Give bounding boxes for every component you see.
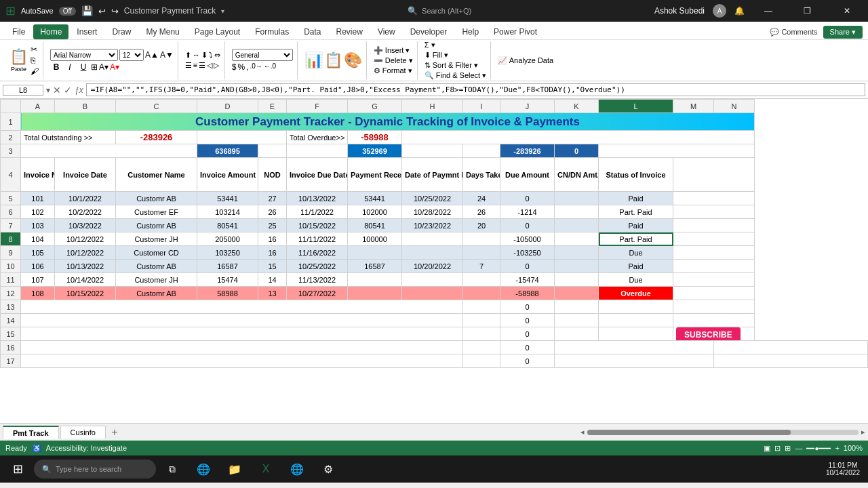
r6-a[interactable]: 102 xyxy=(21,205,55,219)
r10-f[interactable]: 10/25/2022 xyxy=(287,260,348,273)
r7-h[interactable]: 10/23/2022 xyxy=(402,219,463,232)
r5-k[interactable] xyxy=(555,192,599,205)
merge-icon[interactable]: ⇔ xyxy=(214,51,220,60)
col-header-l[interactable]: L xyxy=(599,100,673,113)
decrease-font-icon[interactable]: A▼ xyxy=(160,50,174,60)
r5-j[interactable]: 0 xyxy=(500,192,555,205)
align-top-icon[interactable]: ⬆ xyxy=(185,51,191,60)
r12-i[interactable] xyxy=(463,287,500,300)
tab-cusinfo[interactable]: Cusinfo xyxy=(60,426,106,439)
r12-a[interactable]: 108 xyxy=(21,287,55,300)
indent-increase-icon[interactable]: ▷ xyxy=(214,61,219,70)
menu-file[interactable]: File xyxy=(5,24,32,39)
font-size-select[interactable]: 12 xyxy=(119,49,144,61)
paste-icon[interactable]: 📋 xyxy=(9,48,28,66)
cell-styles-icon[interactable]: 🎨 xyxy=(344,52,362,69)
page-break-icon[interactable]: ⊞ xyxy=(785,444,791,453)
r7-b[interactable]: 10/3/2022 xyxy=(55,219,116,232)
r10-g[interactable]: 16587 xyxy=(348,260,402,273)
decrease-decimal-icon[interactable]: ←.0 xyxy=(264,62,276,72)
bold-icon[interactable]: B xyxy=(50,62,62,72)
r11-i[interactable] xyxy=(463,273,500,287)
r10-j[interactable]: 0 xyxy=(500,260,555,273)
format-painter-icon[interactable]: 🖌 xyxy=(31,66,39,76)
scroll-right-icon[interactable]: ▸ xyxy=(861,428,865,436)
r7-d[interactable]: 80541 xyxy=(197,219,258,232)
r5-g[interactable]: 53441 xyxy=(348,192,402,205)
subscribe-button[interactable]: SUBSCRIBE xyxy=(676,327,741,341)
r5-b[interactable]: 10/1/2022 xyxy=(55,192,116,205)
dropdown-icon[interactable]: ▾ xyxy=(221,7,224,15)
share-icon[interactable]: 🔔 xyxy=(734,6,745,16)
r12-e[interactable]: 13 xyxy=(258,287,287,300)
r9-l[interactable]: Due xyxy=(599,246,673,260)
r10-h[interactable]: 10/20/2022 xyxy=(402,260,463,273)
task-view-button[interactable]: ⧉ xyxy=(157,456,187,482)
col-header-c[interactable]: C xyxy=(116,100,197,113)
r6-l[interactable]: Part. Paid xyxy=(599,205,673,219)
normal-view-icon[interactable]: ▣ xyxy=(764,444,770,453)
r11-b[interactable]: 10/14/2022 xyxy=(55,273,116,287)
col-header-j[interactable]: J xyxy=(500,100,555,113)
menu-help[interactable]: Help xyxy=(455,24,486,39)
col-header-a[interactable]: A xyxy=(21,100,55,113)
r5-f[interactable]: 10/13/2022 xyxy=(287,192,348,205)
col-header-b[interactable]: B xyxy=(55,100,116,113)
col-header-d[interactable]: D xyxy=(197,100,258,113)
zoom-in-icon[interactable]: + xyxy=(835,444,839,452)
indent-decrease-icon[interactable]: ◁ xyxy=(207,61,212,70)
r8-i[interactable] xyxy=(463,232,500,246)
col-header-i[interactable]: I xyxy=(463,100,500,113)
col-header-h[interactable]: H xyxy=(402,100,463,113)
col-header-f[interactable]: F xyxy=(287,100,348,113)
r11-h[interactable] xyxy=(402,273,463,287)
col-header-g[interactable]: G xyxy=(348,100,402,113)
menu-draw[interactable]: Draw xyxy=(105,24,138,39)
r5-c[interactable]: Customr AB xyxy=(116,192,197,205)
r8-e[interactable]: 16 xyxy=(258,232,287,246)
r6-c[interactable]: Customer EF xyxy=(116,205,197,219)
r6-h[interactable]: 10/28/2022 xyxy=(402,205,463,219)
r6-g[interactable]: 102000 xyxy=(348,205,402,219)
italic-icon[interactable]: I xyxy=(64,62,76,72)
menu-powerpivot[interactable]: Power Pivot xyxy=(487,24,544,39)
r8-g[interactable]: 100000 xyxy=(348,232,402,246)
r11-f[interactable]: 11/13/2022 xyxy=(287,273,348,287)
r9-h[interactable] xyxy=(402,246,463,260)
cell-reference[interactable] xyxy=(3,85,43,96)
delete-cells-btn[interactable]: ➖ Delete ▾ xyxy=(374,56,413,65)
col-header-k[interactable]: K xyxy=(555,100,599,113)
col-header-n[interactable]: N xyxy=(714,100,755,113)
r8-c[interactable]: Customer JH xyxy=(116,232,197,246)
r5-l[interactable]: Paid xyxy=(599,192,673,205)
r11-k[interactable] xyxy=(555,273,599,287)
r5-e[interactable]: 27 xyxy=(258,192,287,205)
menu-review[interactable]: Review xyxy=(330,24,370,39)
restore-button[interactable]: ❐ xyxy=(792,0,823,22)
add-sheet-button[interactable]: + xyxy=(107,425,122,440)
r6-i[interactable]: 26 xyxy=(463,205,500,219)
autosum-icon[interactable]: Σ ▾ xyxy=(425,41,487,49)
formula-expand-icon[interactable]: ▾ xyxy=(46,85,50,95)
currency-icon[interactable]: $ xyxy=(232,62,237,72)
r8-j[interactable]: -105000 xyxy=(500,232,555,246)
menu-home[interactable]: Home xyxy=(33,24,68,39)
r9-d[interactable]: 103250 xyxy=(197,246,258,260)
r7-c[interactable]: Customr AB xyxy=(116,219,197,232)
r9-k[interactable] xyxy=(555,246,599,260)
cut-icon[interactable]: ✂ xyxy=(31,45,39,54)
r10-l[interactable]: Paid xyxy=(599,260,673,273)
r11-g[interactable] xyxy=(348,273,402,287)
r8-l[interactable]: Part. Paid xyxy=(599,232,673,246)
menu-developer[interactable]: Developer xyxy=(403,24,454,39)
share-button[interactable]: Share ▾ xyxy=(823,26,863,39)
r7-e[interactable]: 25 xyxy=(258,219,287,232)
search-bar[interactable]: 🔍 Search (Alt+Q) xyxy=(338,6,541,16)
align-middle-icon[interactable]: ↔ xyxy=(193,51,200,60)
menu-formulas[interactable]: Formulas xyxy=(248,24,296,39)
r7-k[interactable] xyxy=(555,219,599,232)
r9-f[interactable]: 11/16/2022 xyxy=(287,246,348,260)
settings-icon[interactable]: ⚙ xyxy=(313,456,343,482)
r6-d[interactable]: 103214 xyxy=(197,205,258,219)
r9-j[interactable]: -103250 xyxy=(500,246,555,260)
